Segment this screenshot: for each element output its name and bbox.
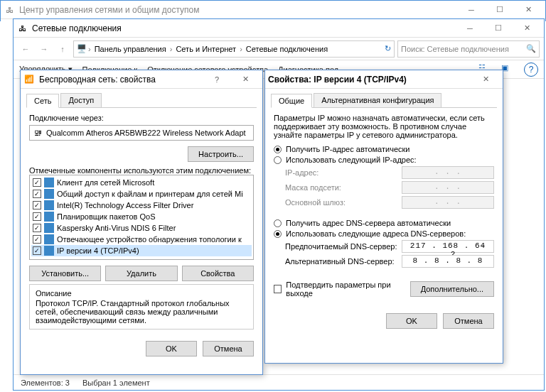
- close-button[interactable]: ✕: [471, 71, 500, 88]
- protocol-icon: [44, 178, 54, 187]
- ip-address-label: IP-адрес:: [285, 168, 402, 177]
- tab-alt-config[interactable]: Альтернативная конфигурация: [314, 93, 441, 107]
- list-item[interactable]: Клиент для сетей Microsoft: [31, 177, 252, 188]
- dialog-buttons: OK Отмена: [265, 307, 503, 334]
- radio-dns-manual[interactable]: Использовать следующие адреса DNS-сервер…: [274, 229, 494, 238]
- minimize-button[interactable]: ─: [456, 20, 484, 37]
- protocol-icon: [44, 200, 54, 210]
- ipv4-properties-dialog: Свойства: IP версии 4 (TCP/IPv4) ✕ Общие…: [264, 70, 503, 364]
- uninstall-button[interactable]: Удалить: [105, 266, 177, 281]
- address-bar-row: ← → ↑ 🖥️ › Панель управления › Сеть и Ин…: [14, 38, 544, 60]
- gateway-input: . . .: [402, 196, 494, 209]
- checkbox[interactable]: [33, 235, 41, 244]
- protocol-icon: [44, 212, 54, 222]
- install-button[interactable]: Установить...: [29, 266, 101, 281]
- forward-button[interactable]: →: [36, 41, 52, 57]
- ip-address-input: . . .: [402, 166, 494, 179]
- close-button[interactable]: ✕: [231, 71, 259, 88]
- list-item[interactable]: Intel(R) Technology Access Filter Driver: [31, 200, 252, 211]
- maximize-button[interactable]: ☐: [484, 20, 513, 37]
- maximize-button[interactable]: ☐: [486, 1, 514, 18]
- tab-access[interactable]: Доступ: [60, 93, 102, 107]
- checkbox[interactable]: [33, 212, 41, 221]
- list-item[interactable]: Kaspersky Anti-Virus NDIS 6 Filter: [31, 222, 252, 234]
- up-button[interactable]: ↑: [55, 41, 70, 57]
- breadcrumb[interactable]: 🖥️ › Панель управления › Сеть и Интернет…: [73, 40, 395, 58]
- components-label: Отмеченные компоненты используются этим …: [29, 166, 254, 175]
- minimize-button[interactable]: ─: [457, 1, 486, 18]
- protocol-icon: [44, 223, 54, 233]
- wireless-titlebar: 📶 Беспроводная сеть: свойства ? ✕: [21, 70, 262, 89]
- ipv4-titlebar: Свойства: IP версии 4 (TCP/IPv4) ✕: [265, 70, 503, 89]
- back-button[interactable]: ←: [18, 41, 33, 57]
- tab-general[interactable]: Общие: [271, 94, 312, 108]
- list-item[interactable]: IP версии 4 (TCP/IPv4): [31, 245, 252, 256]
- protocol-icon: [44, 189, 54, 199]
- wireless-tabs: Сеть Доступ: [21, 89, 262, 107]
- close-button[interactable]: ✕: [513, 20, 541, 37]
- wireless-icon: 📶: [23, 74, 35, 85]
- description-header: Описание: [36, 289, 247, 298]
- radio-icon: [274, 156, 282, 164]
- network-center-icon: 🖧: [4, 4, 15, 16]
- protocol-icon: [44, 234, 54, 244]
- connections-titlebar: 🖧 Сетевые подключения ─ ☐ ✕: [14, 19, 544, 38]
- intro-text: Параметры IP можно назначать автоматичес…: [274, 114, 494, 139]
- components-list[interactable]: Клиент для сетей Microsoft Общий доступ …: [29, 175, 254, 260]
- dns2-label: Альтернативный DNS-сервер:: [285, 257, 402, 266]
- cancel-button[interactable]: Отмена: [443, 313, 494, 329]
- list-item[interactable]: Отвечающее устройство обнаружения тополо…: [31, 234, 252, 245]
- radio-dns-auto[interactable]: Получить адрес DNS-сервера автоматически: [274, 219, 494, 227]
- ipv4-tabs: Общие Альтернативная конфигурация: [265, 89, 503, 107]
- radio-ip-manual[interactable]: Использовать следующий IP-адрес:: [274, 156, 494, 164]
- dns2-input[interactable]: 8 . 8 . 8 . 8: [402, 255, 494, 268]
- tab-network[interactable]: Сеть: [26, 94, 59, 108]
- subnet-mask-label: Маска подсети:: [285, 183, 402, 192]
- search-icon: 🔍: [526, 44, 536, 53]
- connections-icon: 🖧: [16, 23, 28, 34]
- wireless-properties-dialog: 📶 Беспроводная сеть: свойства ? ✕ Сеть Д…: [20, 70, 263, 375]
- control-panel-icon: 🖥️: [77, 44, 87, 53]
- checkbox[interactable]: [33, 178, 41, 187]
- search-input[interactable]: Поиск: Сетевые подключения 🔍: [397, 40, 540, 58]
- protocol-icon: [44, 246, 54, 256]
- checkbox[interactable]: [33, 246, 41, 255]
- ok-button[interactable]: OK: [146, 341, 197, 356]
- adapter-name: Qualcomm Atheros AR5BWB222 Wireless Netw…: [46, 129, 246, 137]
- list-item[interactable]: Планировщик пакетов QoS: [31, 211, 252, 222]
- dialog-buttons: OK Отмена: [21, 335, 262, 362]
- checkbox[interactable]: [33, 201, 41, 209]
- dns1-label: Предпочитаемый DNS-сервер:: [285, 242, 402, 251]
- properties-button[interactable]: Свойства: [182, 266, 254, 281]
- radio-icon: [274, 230, 282, 238]
- cancel-button[interactable]: Отмена: [203, 341, 254, 356]
- selection-count: Выбран 1 элемент: [82, 379, 150, 387]
- radio-icon: [274, 219, 282, 227]
- validate-checkbox[interactable]: [274, 285, 282, 293]
- close-button[interactable]: ✕: [514, 1, 542, 18]
- refresh-icon[interactable]: ↻: [385, 44, 391, 53]
- gateway-label: Основной шлюз:: [285, 198, 402, 207]
- ipv4-title: Свойства: IP версии 4 (TCP/IPv4): [268, 75, 471, 85]
- description-box: Описание Протокол TCP/IP. Стандартный пр…: [29, 284, 254, 330]
- help-icon[interactable]: ?: [524, 62, 538, 77]
- help-button[interactable]: ?: [203, 71, 231, 88]
- item-count: Элементов: 3: [21, 379, 70, 387]
- adapter-box: 🖳 Qualcomm Atheros AR5BWB222 Wireless Ne…: [29, 125, 254, 141]
- advanced-button[interactable]: Дополнительно...: [410, 281, 494, 297]
- radio-ip-auto[interactable]: Получить IP-адрес автоматически: [274, 145, 494, 153]
- list-item[interactable]: Общий доступ к файлам и принтерам для се…: [31, 188, 252, 200]
- wireless-title: Беспроводная сеть: свойства: [39, 75, 203, 85]
- subnet-mask-input: . . .: [402, 181, 494, 194]
- validate-label: Подтвердить параметры при выходе: [286, 281, 410, 298]
- configure-button[interactable]: Настроить...: [188, 146, 254, 162]
- ok-button[interactable]: OK: [386, 313, 437, 329]
- radio-icon: [274, 146, 282, 153]
- checkbox[interactable]: [33, 224, 41, 232]
- dns1-input[interactable]: 217 . 168 . 64 . 2: [402, 240, 494, 253]
- checkbox[interactable]: [33, 190, 41, 198]
- status-bar: Элементов: 3 Выбран 1 элемент: [14, 374, 544, 390]
- adapter-icon: 🖳: [34, 129, 42, 137]
- network-center-titlebar: 🖧 Центр управления сетями и общим доступ…: [1, 1, 545, 19]
- network-center-title: Центр управления сетями и общим доступом: [19, 5, 457, 15]
